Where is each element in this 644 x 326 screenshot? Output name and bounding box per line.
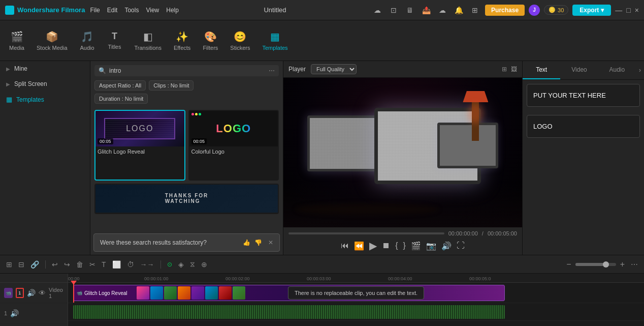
clips-filter[interactable]: Clips : No limit: [149, 80, 194, 91]
titles-icon: T: [112, 31, 117, 42]
tl-zoom-in-btn[interactable]: +: [618, 259, 627, 270]
tl-clip-btn[interactable]: ⬜: [110, 259, 123, 270]
fullscreen-button[interactable]: ⛶: [457, 241, 465, 250]
prev-frame-button[interactable]: ⏮: [341, 241, 349, 250]
audio-speaker-icon[interactable]: 🔊: [10, 309, 19, 317]
cloud2-icon[interactable]: ☁: [436, 4, 448, 16]
thumbs-up-icon[interactable]: 👍: [243, 239, 250, 246]
tool-templates[interactable]: ▦ Templates: [257, 26, 293, 55]
player-grid-icon[interactable]: ⊞: [502, 66, 507, 73]
tl-zoom-slider[interactable]: [575, 263, 616, 266]
template-card-glitch[interactable]: LOGO 00:05 Glitch Logo Reveal: [94, 110, 185, 181]
time-separator: /: [482, 230, 484, 236]
thumbs-down-icon[interactable]: 👎: [254, 239, 262, 246]
text-box-logo[interactable]: LOGO: [527, 115, 640, 138]
snapshot-button[interactable]: 📷: [426, 241, 436, 251]
template-label-glitch: Glitch Logo Reveal: [95, 146, 184, 157]
text-box-main[interactable]: PUT YOUR TEXT HERE: [527, 84, 640, 107]
points-value: 30: [558, 7, 564, 13]
tool-transitions-label: Transitions: [135, 45, 162, 51]
tool-effects[interactable]: ✨ Effects: [169, 26, 196, 55]
export-label: Export: [579, 7, 599, 14]
menu-edit[interactable]: Edit: [107, 7, 118, 14]
close-button[interactable]: ×: [635, 6, 639, 14]
tab-audio[interactable]: Audio: [598, 61, 636, 79]
tool-transitions[interactable]: ◧ Transitions: [130, 26, 167, 55]
feedback-bar: Were these search results satisfactory? …: [93, 233, 280, 252]
tl-ungroup-btn[interactable]: ⊟: [16, 259, 26, 270]
tl-mark-btn[interactable]: ◈: [176, 259, 186, 270]
track-speaker-btn[interactable]: 🔊: [27, 289, 36, 297]
tl-speed-btn[interactable]: ⏱: [125, 259, 136, 270]
left-item-split-screen[interactable]: ▶ Split Screen: [0, 76, 90, 92]
left-arrow-split: ▶: [6, 81, 10, 87]
share-icon[interactable]: 📤: [420, 4, 432, 16]
tool-audio[interactable]: 🎵 Audio: [75, 26, 100, 55]
tool-effects-label: Effects: [174, 45, 190, 51]
template-dots: [191, 113, 201, 115]
tool-filters[interactable]: 🎨 Filters: [198, 26, 223, 55]
template-card-thanks[interactable]: THANKS FORWATCHING: [94, 184, 279, 214]
tl-undo-btn[interactable]: ↩: [50, 259, 60, 270]
tl-delete-btn[interactable]: 🗑: [74, 259, 85, 270]
bell-icon[interactable]: 🔔: [453, 4, 465, 16]
player-header: Player Full Quality ⊞ 🖼: [283, 61, 522, 78]
control-buttons: ⏮ ⏪ ▶ ⏹ { } 🎬 📷 🔊 ⛶: [288, 240, 517, 252]
tl-link-btn[interactable]: 🔗: [28, 259, 41, 270]
step-back-button[interactable]: ⏪: [354, 241, 364, 251]
search-input[interactable]: [109, 67, 266, 74]
titlebar: Wondershare Filmora File Edit Tools View…: [0, 0, 644, 20]
purchase-button[interactable]: Purchase: [485, 5, 525, 16]
left-item-mine[interactable]: ▶ Mine: [0, 61, 90, 76]
tl-cut-btn[interactable]: ✂: [87, 259, 98, 270]
progress-bar[interactable]: [288, 232, 444, 234]
options-icon[interactable]: ⋯: [269, 67, 275, 74]
export-button[interactable]: Export ▾: [572, 5, 611, 16]
mark-in-button[interactable]: {: [395, 241, 398, 250]
tool-stock-media[interactable]: 📦 Stock Media: [31, 26, 73, 55]
maximize-button[interactable]: □: [626, 6, 630, 14]
tool-titles[interactable]: T Titles: [102, 27, 127, 54]
clip-button[interactable]: 🎬: [411, 241, 421, 251]
menu-view[interactable]: View: [146, 7, 159, 14]
minimize-button[interactable]: —: [615, 6, 622, 14]
tab-video[interactable]: Video: [560, 61, 598, 79]
time-ruler: 00:00 00:00:01:00 00:00:02:00 00:00:03:0…: [68, 274, 644, 283]
audio-track-num: 1: [4, 310, 7, 316]
grid-icon[interactable]: ⊞: [469, 4, 481, 16]
cloud-icon[interactable]: ☁: [371, 4, 383, 16]
tl-more-options-btn[interactable]: ⋯: [629, 259, 640, 270]
left-item-templates[interactable]: ▦ Templates: [0, 92, 90, 107]
quality-select[interactable]: Full Quality: [311, 64, 357, 74]
tool-media[interactable]: 🎬 Media: [4, 26, 29, 55]
track-view-btn[interactable]: 👁: [39, 289, 46, 297]
tab-text[interactable]: Text: [523, 61, 560, 79]
stop-button[interactable]: ⏹: [382, 241, 390, 250]
menu-file[interactable]: File: [90, 7, 100, 14]
tl-more-btn[interactable]: ⊕: [199, 259, 209, 270]
monitor-icon[interactable]: 🖥: [404, 4, 416, 16]
mark-out-button[interactable]: }: [403, 241, 406, 250]
template-card-colorful[interactable]: LOGO 00:05 Colorful Logo: [188, 110, 279, 181]
tl-snap-btn[interactable]: ⊙: [165, 260, 174, 269]
tool-audio-label: Audio: [80, 45, 94, 51]
tl-keyframe-btn[interactable]: ⧖: [188, 259, 197, 270]
right-tab-arrow[interactable]: ›: [636, 61, 644, 79]
tl-zoom-out-btn[interactable]: −: [564, 259, 573, 270]
player-image-icon[interactable]: 🖼: [511, 66, 517, 73]
tl-motion-btn[interactable]: →→: [138, 259, 156, 270]
audio-icon: 🎵: [81, 31, 93, 43]
menu-bar: File Edit Tools View Help: [90, 7, 179, 14]
tl-group-btn[interactable]: ⊞: [4, 259, 14, 270]
menu-tools[interactable]: Tools: [124, 7, 139, 14]
feedback-close-button[interactable]: ✕: [268, 239, 273, 246]
tool-stickers[interactable]: 😊 Stickers: [225, 26, 255, 55]
tl-text-btn[interactable]: T: [100, 259, 108, 270]
volume-button[interactable]: 🔊: [441, 241, 452, 251]
menu-help[interactable]: Help: [166, 7, 179, 14]
tl-redo-btn[interactable]: ↪: [62, 259, 72, 270]
restore-icon[interactable]: ⊡: [388, 4, 400, 16]
play-button[interactable]: ▶: [369, 240, 377, 252]
duration-filter[interactable]: Duration : No limit: [94, 94, 148, 104]
aspect-ratio-filter[interactable]: Aspect Ratio : All: [94, 80, 146, 91]
